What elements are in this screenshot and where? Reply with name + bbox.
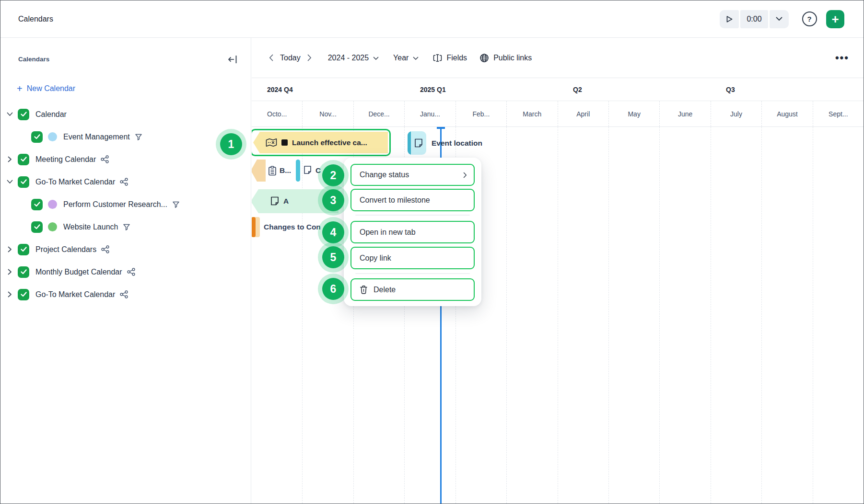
checkbox[interactable] bbox=[18, 109, 29, 120]
filter-icon[interactable] bbox=[135, 133, 142, 141]
quarter-header: Q2 bbox=[558, 78, 711, 101]
sidebar-item-perform-customer-research[interactable]: Perform Customer Research... bbox=[0, 193, 251, 216]
month-header[interactable]: Nov... bbox=[302, 101, 353, 126]
month-header[interactable]: April bbox=[558, 101, 608, 126]
step-badge-6: 6 bbox=[318, 274, 349, 304]
public-links-label: Public links bbox=[493, 54, 532, 62]
checkbox[interactable] bbox=[18, 289, 29, 300]
clipboard-icon bbox=[268, 166, 277, 176]
step-badge-5: 5 bbox=[318, 242, 349, 273]
chevron-right-icon[interactable] bbox=[4, 292, 15, 297]
chevron-right-icon[interactable] bbox=[4, 270, 15, 274]
timer-dropdown-button[interactable] bbox=[770, 10, 789, 28]
app-top-bar: Calendars 0:00 ? + bbox=[0, 0, 864, 38]
timer-play-button[interactable] bbox=[720, 10, 739, 28]
timer-value[interactable]: 0:00 bbox=[740, 10, 768, 28]
event-location-chip[interactable] bbox=[408, 131, 426, 155]
checkbox[interactable] bbox=[18, 176, 29, 188]
month-gridline bbox=[761, 127, 812, 504]
sidebar-item-go-to-market-calendar-2[interactable]: Go-To Market Calendar bbox=[0, 283, 251, 306]
checkbox[interactable] bbox=[31, 131, 43, 143]
help-button[interactable]: ? bbox=[801, 11, 817, 27]
sidebar-item-label: Project Calendars bbox=[35, 245, 96, 254]
event-label: Launch effective ca... bbox=[292, 138, 367, 147]
previous-period-button[interactable] bbox=[269, 54, 273, 61]
month-header[interactable]: August bbox=[761, 101, 812, 126]
map-icon bbox=[266, 138, 277, 147]
today-button[interactable]: Today bbox=[280, 54, 301, 62]
collapse-sidebar-button[interactable] bbox=[226, 52, 240, 67]
time-tracker: 0:00 bbox=[720, 10, 789, 28]
month-gridline bbox=[252, 127, 302, 504]
menu-item-delete[interactable]: Delete bbox=[350, 278, 475, 301]
event-c-color-bar[interactable] bbox=[296, 160, 300, 182]
sidebar-item-label: Go-To Market Calendar bbox=[35, 290, 115, 299]
month-gridline bbox=[558, 127, 608, 504]
checkbox[interactable] bbox=[18, 266, 29, 278]
sidebar-item-calendar[interactable]: Calendar bbox=[0, 103, 251, 126]
checkbox[interactable] bbox=[18, 154, 29, 165]
sidebar-header: Calendars bbox=[18, 56, 49, 63]
event-label: A bbox=[283, 197, 289, 206]
share-icon[interactable] bbox=[120, 178, 128, 186]
menu-item-convert-to-milestone[interactable]: Convert to milestone bbox=[350, 189, 475, 211]
month-header[interactable]: Janu... bbox=[404, 101, 455, 126]
fields-button[interactable]: Fields bbox=[433, 54, 467, 62]
month-header[interactable]: Dece... bbox=[353, 101, 404, 126]
chevron-right-icon[interactable] bbox=[4, 157, 15, 161]
date-navigation: Today bbox=[269, 54, 312, 62]
event-location-label-wrap[interactable]: Event location bbox=[432, 131, 482, 155]
month-header[interactable]: July bbox=[711, 101, 761, 126]
next-period-button[interactable] bbox=[307, 54, 312, 61]
note-icon bbox=[414, 138, 423, 148]
sidebar-item-label: Meeting Calendar bbox=[35, 155, 96, 164]
checkbox[interactable] bbox=[31, 221, 43, 233]
month-header[interactable]: June bbox=[659, 101, 710, 126]
share-icon[interactable] bbox=[120, 290, 128, 298]
step-badge-number: 1 bbox=[220, 133, 242, 155]
month-header[interactable]: Sept... bbox=[813, 101, 864, 126]
chevron-down-icon bbox=[373, 57, 379, 60]
share-icon[interactable] bbox=[101, 245, 110, 253]
sidebar-item-label: Calendar bbox=[35, 110, 67, 119]
fields-label: Fields bbox=[446, 54, 467, 62]
month-header[interactable]: Octo... bbox=[252, 101, 302, 126]
share-icon[interactable] bbox=[101, 155, 109, 163]
sidebar-item-project-calendars[interactable]: Project Calendars bbox=[0, 238, 251, 261]
chevron-down-icon[interactable] bbox=[4, 180, 15, 184]
new-calendar-button[interactable]: + New Calendar bbox=[17, 84, 75, 93]
scale-dropdown[interactable]: Year bbox=[393, 54, 419, 62]
event-b-label-wrap[interactable]: B... bbox=[280, 160, 291, 182]
checkbox[interactable] bbox=[31, 199, 43, 210]
sidebar-item-meeting-calendar[interactable]: Meeting Calendar bbox=[0, 148, 251, 171]
month-header[interactable]: March bbox=[506, 101, 557, 126]
menu-item-change-status[interactable]: Change status bbox=[350, 164, 475, 186]
selected-event-launch-campaign[interactable]: Launch effective ca... bbox=[252, 129, 391, 156]
month-gridline bbox=[659, 127, 710, 504]
filter-icon[interactable] bbox=[123, 223, 130, 231]
menu-item-label: Open in new tab bbox=[360, 228, 467, 237]
chevron-down-icon[interactable] bbox=[4, 112, 15, 116]
month-header[interactable]: Feb... bbox=[455, 101, 506, 126]
month-gridline bbox=[506, 127, 557, 504]
sidebar-item-website-launch[interactable]: Website Launch bbox=[0, 216, 251, 238]
menu-item-copy-link[interactable]: Copy link bbox=[350, 247, 475, 269]
sidebar-item-label: Event Management bbox=[63, 133, 130, 141]
add-button[interactable]: + bbox=[826, 10, 844, 28]
checkbox[interactable] bbox=[18, 244, 29, 255]
public-links-button[interactable]: Public links bbox=[479, 53, 532, 63]
month-header[interactable]: May bbox=[608, 101, 659, 126]
event-bar[interactable]: Launch effective ca... bbox=[253, 132, 388, 153]
chevron-right-icon[interactable] bbox=[4, 247, 15, 252]
color-dot bbox=[48, 132, 57, 141]
share-icon[interactable] bbox=[127, 268, 136, 276]
date-range-dropdown[interactable]: 2024 - 2025 bbox=[328, 54, 379, 62]
sidebar-item-go-to-market-calendar[interactable]: Go-To Market Calendar bbox=[0, 171, 251, 193]
event-changes-marker[interactable] bbox=[252, 217, 260, 237]
sidebar-item-monthly-budget-calendar[interactable]: Monthly Budget Calendar bbox=[0, 261, 251, 283]
menu-item-open-in-new-tab[interactable]: Open in new tab bbox=[350, 221, 475, 243]
event-changes-label-wrap[interactable]: Changes to Con bbox=[264, 217, 321, 237]
event-a-label-wrap[interactable]: A bbox=[283, 189, 289, 213]
filter-icon[interactable] bbox=[172, 201, 180, 208]
sidebar-item-event-management[interactable]: Event Management bbox=[0, 126, 251, 148]
